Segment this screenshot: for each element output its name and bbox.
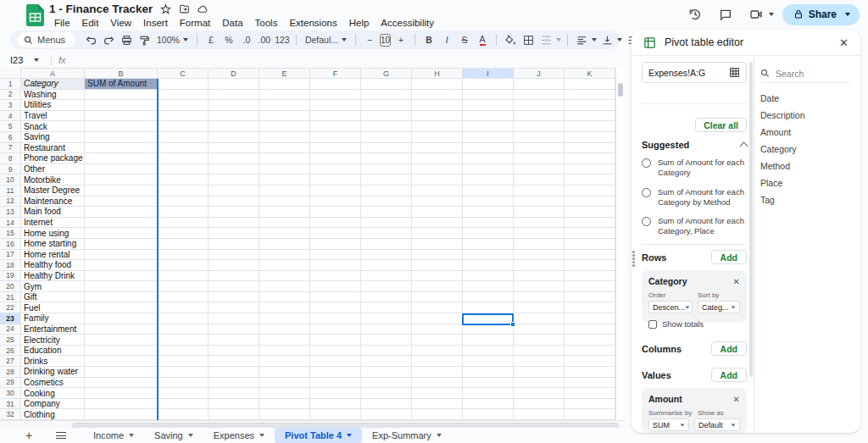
cell-I4[interactable] bbox=[463, 111, 514, 122]
cell-B15[interactable] bbox=[85, 228, 158, 239]
cell-K21[interactable] bbox=[565, 292, 615, 303]
cell-I1[interactable] bbox=[463, 79, 514, 90]
cell-J10[interactable] bbox=[514, 174, 565, 186]
cell-J2[interactable] bbox=[514, 90, 565, 101]
cell-E10[interactable] bbox=[259, 174, 310, 186]
cell-K14[interactable] bbox=[565, 218, 615, 229]
cell-B4[interactable] bbox=[85, 111, 158, 122]
cell-C30[interactable] bbox=[158, 388, 209, 399]
sort-by-dropdown[interactable]: Categ... bbox=[698, 301, 740, 313]
cell-D32[interactable] bbox=[209, 409, 259, 420]
cell-H24[interactable] bbox=[412, 324, 463, 335]
cell-K15[interactable] bbox=[565, 228, 615, 239]
decrease-decimal-button[interactable]: .0 bbox=[239, 32, 254, 47]
paint-format-icon[interactable] bbox=[136, 32, 152, 47]
cell-E7[interactable] bbox=[259, 143, 310, 154]
cell-E28[interactable] bbox=[259, 367, 310, 378]
cell-D26[interactable] bbox=[209, 346, 259, 357]
cell-F30[interactable] bbox=[310, 388, 361, 399]
cell-K6[interactable] bbox=[565, 132, 615, 143]
cell-K24[interactable] bbox=[565, 324, 615, 335]
comments-icon[interactable] bbox=[715, 3, 737, 25]
horizontal-align-icon[interactable] bbox=[574, 32, 589, 47]
cell-A28[interactable]: Drinking water bbox=[21, 367, 85, 378]
merge-options-caret-icon[interactable] bbox=[556, 38, 561, 42]
cell-G27[interactable] bbox=[361, 356, 412, 367]
cell-B23[interactable] bbox=[85, 313, 158, 324]
cell-F8[interactable] bbox=[310, 153, 361, 164]
cell-D21[interactable] bbox=[209, 292, 259, 303]
cell-H12[interactable] bbox=[412, 197, 463, 208]
cell-B5[interactable] bbox=[85, 121, 158, 132]
cell-A5[interactable]: Snack bbox=[21, 121, 85, 132]
cell-H26[interactable] bbox=[412, 346, 463, 357]
cell-F29[interactable] bbox=[310, 378, 361, 389]
cell-F7[interactable] bbox=[310, 143, 361, 154]
cell-G29[interactable] bbox=[361, 378, 412, 389]
text-color-button[interactable]: A bbox=[475, 32, 490, 47]
row-header-6[interactable]: 6 bbox=[0, 132, 21, 143]
cell-B11[interactable] bbox=[85, 186, 158, 197]
cell-J3[interactable] bbox=[514, 100, 565, 111]
cell-K12[interactable] bbox=[565, 197, 615, 208]
cell-A1[interactable]: Category bbox=[21, 79, 85, 90]
cell-G26[interactable] bbox=[361, 346, 412, 357]
cell-I26[interactable] bbox=[463, 346, 514, 357]
cell-G21[interactable] bbox=[361, 292, 412, 303]
row-header-27[interactable]: 27 bbox=[0, 356, 21, 367]
cell-F19[interactable] bbox=[310, 271, 361, 282]
cell-J8[interactable] bbox=[514, 153, 565, 164]
cell-F27[interactable] bbox=[310, 356, 361, 367]
cell-B14[interactable] bbox=[85, 218, 158, 229]
cell-A22[interactable]: Fuel bbox=[21, 302, 85, 313]
cell-J6[interactable] bbox=[514, 132, 565, 143]
cell-B7[interactable] bbox=[85, 143, 158, 154]
row-header-2[interactable]: 2 bbox=[0, 90, 21, 101]
cell-J26[interactable] bbox=[514, 346, 565, 357]
menu-help[interactable]: Help bbox=[344, 17, 375, 29]
cell-D11[interactable] bbox=[209, 186, 259, 197]
cell-G14[interactable] bbox=[361, 218, 412, 229]
cell-K30[interactable] bbox=[565, 388, 615, 399]
cell-I2[interactable] bbox=[463, 90, 514, 101]
cell-A16[interactable]: Home starting bbox=[21, 239, 85, 250]
cell-B16[interactable] bbox=[85, 239, 158, 250]
cell-H16[interactable] bbox=[412, 239, 463, 250]
cell-C16[interactable] bbox=[158, 239, 209, 250]
cell-A20[interactable]: Gym bbox=[21, 281, 85, 292]
cell-K26[interactable] bbox=[565, 346, 615, 357]
cell-A3[interactable]: Utilities bbox=[21, 100, 85, 111]
cell-A4[interactable]: Travel bbox=[21, 111, 85, 122]
cell-C29[interactable] bbox=[158, 378, 209, 389]
row-header-17[interactable]: 17 bbox=[0, 250, 21, 261]
cell-D2[interactable] bbox=[209, 90, 259, 101]
sheet-tab-expenses[interactable]: Expenses bbox=[203, 428, 275, 443]
cell-C10[interactable] bbox=[158, 174, 209, 186]
sheet-tab-menu-icon[interactable] bbox=[437, 434, 442, 437]
cell-A10[interactable]: Motorbike bbox=[21, 174, 85, 186]
cell-D28[interactable] bbox=[209, 367, 259, 378]
cell-I18[interactable] bbox=[463, 260, 514, 271]
cell-E31[interactable] bbox=[259, 399, 310, 410]
cell-E29[interactable] bbox=[259, 378, 310, 389]
cell-A25[interactable]: Electricity bbox=[21, 335, 85, 346]
cell-E9[interactable] bbox=[259, 164, 310, 175]
cell-H8[interactable] bbox=[412, 153, 463, 164]
cell-E5[interactable] bbox=[259, 121, 310, 132]
name-box[interactable]: I23 bbox=[0, 55, 44, 65]
cell-D24[interactable] bbox=[209, 324, 259, 335]
cell-D1[interactable] bbox=[209, 79, 259, 90]
cell-F25[interactable] bbox=[310, 335, 361, 346]
cell-G7[interactable] bbox=[361, 143, 412, 154]
cell-J27[interactable] bbox=[514, 356, 565, 367]
cell-J21[interactable] bbox=[514, 292, 565, 303]
cell-I11[interactable] bbox=[463, 186, 514, 197]
cell-A32[interactable]: Clothing bbox=[21, 409, 85, 420]
all-sheets-icon[interactable] bbox=[51, 429, 71, 442]
suggested-option-1[interactable]: Sum of Amount for each Category bbox=[642, 158, 747, 178]
cell-K29[interactable] bbox=[565, 378, 615, 389]
row-header-23[interactable]: 23 bbox=[0, 313, 21, 324]
cell-D19[interactable] bbox=[209, 271, 259, 282]
menu-accessibility[interactable]: Accessibility bbox=[376, 17, 439, 29]
cell-E24[interactable] bbox=[259, 324, 310, 335]
